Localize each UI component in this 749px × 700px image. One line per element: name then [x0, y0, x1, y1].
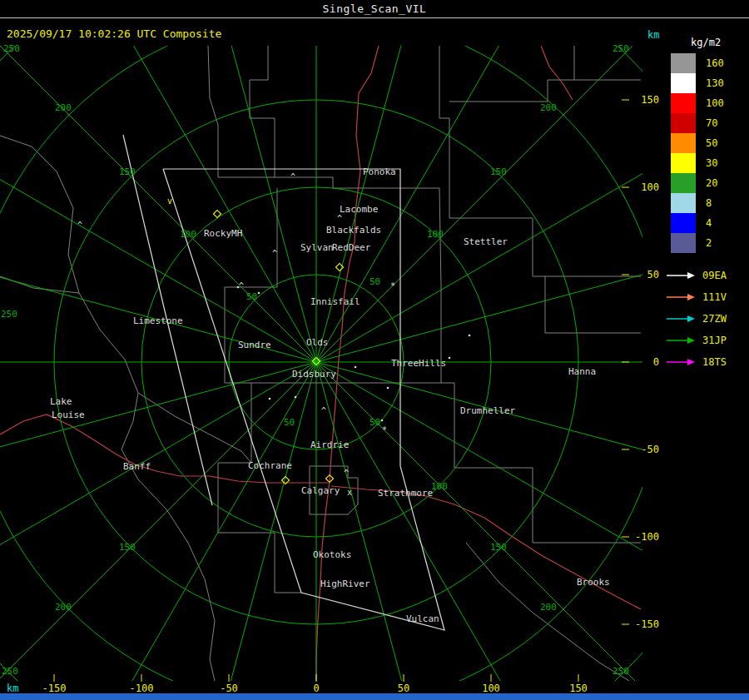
city-label: Louise: [52, 410, 85, 420]
right-axis-tick-label: 100: [624, 181, 659, 193]
legend-value-label: 8: [706, 197, 712, 209]
legend-color-swatch: [671, 133, 696, 153]
point-marker-caret-icon: ^: [77, 221, 82, 230]
range-label: 50: [246, 291, 257, 302]
pointer-arrow-icon: [666, 335, 696, 345]
right-axis-tick-label: 50: [624, 269, 659, 280]
color-scale-legend: kg/m2 16013010070503020842 09EA111V27ZW3…: [666, 37, 749, 373]
range-label: 250: [3, 43, 20, 54]
city-label: Innisfail: [310, 296, 360, 307]
pointer-legend-item: 09EA: [666, 265, 749, 286]
range-label: 50: [370, 417, 380, 428]
city-label: RedDeer: [332, 242, 371, 253]
range-label: 200: [540, 102, 557, 113]
pointer-id-label: 18TS: [702, 356, 727, 368]
right-axis-tick-label: 150: [624, 94, 659, 106]
range-label: 50: [370, 276, 380, 287]
point-marker-caret-icon: ^: [337, 214, 342, 223]
legend-entries: 16013010070503020842: [666, 53, 749, 253]
city-label: Okotoks: [313, 549, 351, 560]
city-label: Ponoka: [363, 166, 396, 177]
point-marker-dot-icon: [258, 292, 260, 295]
range-label: 150: [490, 542, 507, 553]
pointer-arrow-icon: [666, 314, 696, 324]
point-marker-dot-icon: [469, 335, 471, 337]
pointer-id-label: 27ZW: [702, 313, 727, 325]
point-marker-asterisk-icon: *: [390, 281, 395, 290]
city-label: Blackfalds: [326, 225, 381, 236]
city-label: Didsbury: [292, 369, 336, 380]
legend-value-label: 2: [706, 237, 712, 249]
legend-color-swatch: [671, 153, 696, 173]
pointer-arrow-icon: [666, 292, 696, 302]
point-marker-dot-icon: [269, 398, 271, 400]
bottom-status-bar: [0, 693, 749, 700]
city-label: Cochrane: [248, 460, 292, 471]
pointer-legend-item: 18TS: [666, 351, 749, 373]
pointer-id-label: 31JP: [702, 335, 727, 346]
range-label: 200: [55, 102, 72, 113]
city-label: Lacombe: [340, 204, 378, 215]
point-marker-caret-icon: ^: [321, 406, 326, 415]
axis-tick-marks: [54, 100, 629, 682]
legend-color-swatch: [671, 213, 696, 233]
legend-color-swatch: [671, 233, 696, 253]
legend-value-label: 4: [706, 217, 712, 229]
right-axis-tick-label: -50: [624, 444, 659, 455]
range-label: 150: [490, 166, 507, 177]
city-label: Airdrie: [310, 439, 349, 450]
city-label: Drumheller: [460, 405, 516, 416]
legend-color-swatch: [671, 73, 696, 93]
bottom-axis-tick-label: 0: [298, 683, 335, 694]
legend-entry: 130: [666, 73, 749, 93]
bottom-axis-tick-label: 150: [560, 683, 597, 694]
legend-color-swatch: [671, 53, 696, 73]
bottom-axis-tick-label: 50: [385, 683, 422, 694]
pointer-legend-item: 27ZW: [666, 308, 749, 330]
legend-value-label: 130: [706, 77, 724, 89]
legend-entry: 8: [666, 193, 749, 213]
range-label: 50: [284, 417, 295, 428]
legend-value-label: 100: [706, 97, 724, 109]
point-marker-v-icon: v: [167, 196, 172, 206]
legend-entry: 50: [666, 133, 749, 153]
pointer-legend-item: 31JP: [666, 330, 749, 351]
city-label: Limestone: [133, 315, 183, 326]
city-label: RockyMH: [204, 228, 242, 239]
city-label: Olds: [306, 337, 329, 348]
radar-map[interactable]: 2502502002001501501001005050250505010015…: [0, 0, 642, 700]
legend-color-swatch: [671, 193, 696, 213]
right-axis-tick-label: -100: [624, 531, 659, 543]
app-window: Single_Scan_VIL 2025/09/17 10:02:26 UTC …: [0, 0, 749, 700]
city-label: HighRiver: [320, 578, 370, 589]
legend-units-label: kg/m2: [691, 37, 749, 48]
point-marker-dot-icon: [355, 366, 357, 369]
legend-color-swatch: [671, 113, 696, 133]
legend-entry: 160: [666, 53, 749, 73]
legend-entry: 2: [666, 233, 749, 253]
range-label: 150: [119, 542, 136, 553]
bottom-axis-tick-label: -50: [211, 683, 247, 694]
right-axis-tick-label: 0: [624, 356, 659, 368]
bottom-axis-tick-label: 100: [473, 683, 509, 694]
point-marker-caret-icon: ^: [272, 249, 277, 258]
legend-value-label: 160: [706, 57, 724, 69]
range-label: 200: [540, 602, 557, 613]
range-label: 250: [1, 309, 17, 320]
legend-entry: 4: [666, 213, 749, 233]
city-labels: PonokaLacombeBlackfaldsSylvanRedDeerStet…: [50, 166, 610, 624]
legend-color-swatch: [671, 173, 696, 193]
pointer-arrow-icon: [666, 357, 696, 367]
pointer-id-label: 111V: [702, 291, 727, 303]
right-axis-labels: 150100500-50-100-150: [624, 0, 661, 691]
city-label: Banff: [123, 461, 151, 472]
range-label: 200: [55, 602, 72, 613]
city-label: Sundre: [238, 340, 271, 350]
pointer-legend-item: 111V: [666, 286, 749, 308]
bottom-axis-labels: -150-100-50050100150: [0, 683, 642, 694]
city-label: ThreeHills: [391, 358, 446, 369]
point-marker-caret-icon: ^: [290, 172, 295, 181]
point-marker-dot-icon: [295, 396, 297, 399]
point-marker-caret-icon: ^: [344, 469, 349, 478]
map-markers: v^^^^^^^**x: [77, 172, 470, 497]
